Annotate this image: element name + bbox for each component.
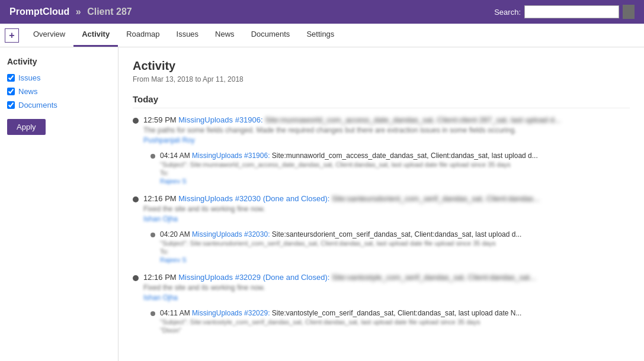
search-area: Search: xyxy=(494,5,635,19)
activity-title-3: 12:16 PM MissingUploads #32029 (Done and… xyxy=(143,273,630,282)
activity-content-2: 12:16 PM MissingUploads #32030 (Done and… xyxy=(143,194,630,223)
activity-author-2[interactable]: Ishan Ojha xyxy=(143,215,630,223)
nested-item-2: 04:20 AM MissingUploads #32030: Site:san… xyxy=(150,230,630,263)
news-link[interactable]: News xyxy=(18,87,38,96)
nested-blurred-2: Site:santeursdorient_com_serif_dandas_sa… xyxy=(272,230,522,238)
activity-blurred-1: Site:munnaworld_com_access_date_dandas_s… xyxy=(265,115,560,124)
activity-nested-2: 04:20 AM MissingUploads #32030: Site:san… xyxy=(150,230,630,263)
news-checkbox[interactable] xyxy=(7,88,15,95)
nested-dot-1 xyxy=(150,154,155,159)
breadcrumb-chevron: » xyxy=(76,7,81,17)
activity-time-1: 12:59 PM xyxy=(143,115,177,124)
activity-item-3: 12:16 PM MissingUploads #32029 (Done and… xyxy=(133,273,630,302)
activity-item-1: 12:59 PM MissingUploads #31906: Site:mun… xyxy=(133,115,630,144)
nested-author-1[interactable]: Rajeev S xyxy=(160,178,630,185)
nav-tabs: Overview Activity Roadmap Issues News Do… xyxy=(25,24,342,47)
activity-blurred-2: Site:santeursdorient_com_serif_dandas_sa… xyxy=(332,194,540,203)
nested-to-3: "Dixon" xyxy=(160,327,630,334)
search-label: Search: xyxy=(494,8,521,17)
sidebar-title: Activity xyxy=(7,57,111,66)
nested-time-1: 04:14 AM xyxy=(160,152,190,160)
tab-settings[interactable]: Settings xyxy=(298,23,342,47)
tab-issues[interactable]: Issues xyxy=(168,23,207,47)
tab-overview[interactable]: Overview xyxy=(25,23,73,47)
layout: Activity Issues News Documents Apply Act… xyxy=(0,47,644,361)
nested-content-2: 04:20 AM MissingUploads #32030: Site:san… xyxy=(160,230,630,263)
activity-blurred-3: Site:vantostyle_com_serif_dandas_sat, Cl… xyxy=(332,273,536,282)
activity-content-3: 12:16 PM MissingUploads #32029 (Done and… xyxy=(143,273,630,302)
main-subtitle: From Mar 13, 2018 to Apr 11, 2018 xyxy=(133,75,630,83)
search-button[interactable] xyxy=(623,5,635,19)
nested-desc-1: "Subject": Site:munnaworld_com_access_da… xyxy=(160,161,630,168)
search-input[interactable] xyxy=(524,5,619,18)
nested-title-2: 04:20 AM MissingUploads #32030: Site:san… xyxy=(160,230,630,238)
activity-desc-3: Fixed the site and its working fine now. xyxy=(143,283,630,292)
activity-item-2: 12:16 PM MissingUploads #32030 (Done and… xyxy=(133,194,630,223)
sidebar-item-news: News xyxy=(7,87,111,96)
documents-checkbox[interactable] xyxy=(7,101,15,109)
activity-dot-3 xyxy=(133,275,139,281)
nested-desc-3: "Subject": Site:vantostyle_com_serif_dan… xyxy=(160,318,630,325)
nested-time-2: 04:20 AM xyxy=(160,230,190,238)
tab-news[interactable]: News xyxy=(207,23,243,47)
header: PromptCloud » Client 287 Search: xyxy=(0,0,644,24)
client-name: Client 287 xyxy=(87,7,132,17)
nested-time-3: 04:11 AM xyxy=(160,309,190,317)
nested-item-1: 04:14 AM MissingUploads #31906: Site:mun… xyxy=(150,152,630,185)
activity-author-1[interactable]: Pushpanjali Roy xyxy=(143,136,630,144)
nested-desc-2: "Subject": Site:santeursdorient_com_seri… xyxy=(160,240,630,247)
activity-content-1: 12:59 PM MissingUploads #31906: Site:mun… xyxy=(143,115,630,144)
sidebar-item-documents: Documents xyxy=(7,101,111,109)
nested-author-2[interactable]: Rajeev S xyxy=(160,256,630,263)
activity-prefix-1[interactable]: MissingUploads #31906: xyxy=(178,115,262,124)
activity-nested-1: 04:14 AM MissingUploads #31906: Site:mun… xyxy=(150,152,630,185)
activity-time-2: 12:16 PM xyxy=(143,194,177,203)
main-title: Activity xyxy=(133,59,630,73)
nested-prefix-1[interactable]: MissingUploads #31906: xyxy=(192,152,270,160)
nested-to-1: To: xyxy=(160,169,630,176)
activity-time-3: 12:16 PM xyxy=(143,273,177,282)
activity-desc-1: The paths for some fields changed. Made … xyxy=(143,126,630,134)
issues-checkbox[interactable] xyxy=(7,74,15,82)
issues-link[interactable]: Issues xyxy=(18,73,41,82)
nested-blurred-3: Site:vantostyle_com_serif_dandas_sat, Cl… xyxy=(272,309,522,317)
apply-button[interactable]: Apply xyxy=(7,119,46,135)
nested-content-3: 04:11 AM MissingUploads #32029: Site:van… xyxy=(160,309,630,335)
nested-title-3: 04:11 AM MissingUploads #32029: Site:van… xyxy=(160,309,630,317)
navbar: + Overview Activity Roadmap Issues News … xyxy=(0,24,644,47)
activity-dot-1 xyxy=(133,118,139,124)
nested-item-3: 04:11 AM MissingUploads #32029: Site:van… xyxy=(150,309,630,335)
activity-prefix-3[interactable]: MissingUploads #32029 (Done and Closed): xyxy=(178,273,329,282)
activity-title-2: 12:16 PM MissingUploads #32030 (Done and… xyxy=(143,194,630,203)
brand-name: PromptCloud xyxy=(9,7,69,17)
nested-to-2: To: xyxy=(160,248,630,255)
tab-activity[interactable]: Activity xyxy=(73,23,118,47)
nested-blurred-1: Site:munnaworld_com_access_date_dandas_s… xyxy=(272,152,538,160)
activity-group-3: 12:16 PM MissingUploads #32029 (Done and… xyxy=(133,273,630,335)
plus-button[interactable]: + xyxy=(5,28,19,43)
header-title: PromptCloud » Client 287 xyxy=(9,7,494,17)
activity-nested-3: 04:11 AM MissingUploads #32029: Site:van… xyxy=(150,309,630,335)
activity-title-1: 12:59 PM MissingUploads #31906: Site:mun… xyxy=(143,115,630,124)
tab-documents[interactable]: Documents xyxy=(243,23,299,47)
section-today: Today xyxy=(133,94,630,108)
sidebar: Activity Issues News Documents Apply xyxy=(0,47,118,361)
nested-dot-3 xyxy=(150,311,155,316)
tab-roadmap[interactable]: Roadmap xyxy=(118,23,168,47)
nested-prefix-2[interactable]: MissingUploads #32030: xyxy=(192,230,270,238)
activity-group-2: 12:16 PM MissingUploads #32030 (Done and… xyxy=(133,194,630,263)
sidebar-item-issues: Issues xyxy=(7,73,111,82)
nested-content-1: 04:14 AM MissingUploads #31906: Site:mun… xyxy=(160,152,630,185)
nested-title-1: 04:14 AM MissingUploads #31906: Site:mun… xyxy=(160,152,630,160)
activity-author-3[interactable]: Ishan Ojha xyxy=(143,294,630,302)
documents-link[interactable]: Documents xyxy=(18,101,57,109)
activity-group-1: 12:59 PM MissingUploads #31906: Site:mun… xyxy=(133,115,630,185)
nested-prefix-3[interactable]: MissingUploads #32029: xyxy=(192,309,270,317)
activity-dot-2 xyxy=(133,196,139,202)
nested-dot-2 xyxy=(150,233,155,237)
activity-prefix-2[interactable]: MissingUploads #32030 (Done and Closed): xyxy=(178,194,329,203)
activity-desc-2: Fixed the site and its working fine now. xyxy=(143,205,630,213)
main-content: Activity From Mar 13, 2018 to Apr 11, 20… xyxy=(118,47,644,361)
